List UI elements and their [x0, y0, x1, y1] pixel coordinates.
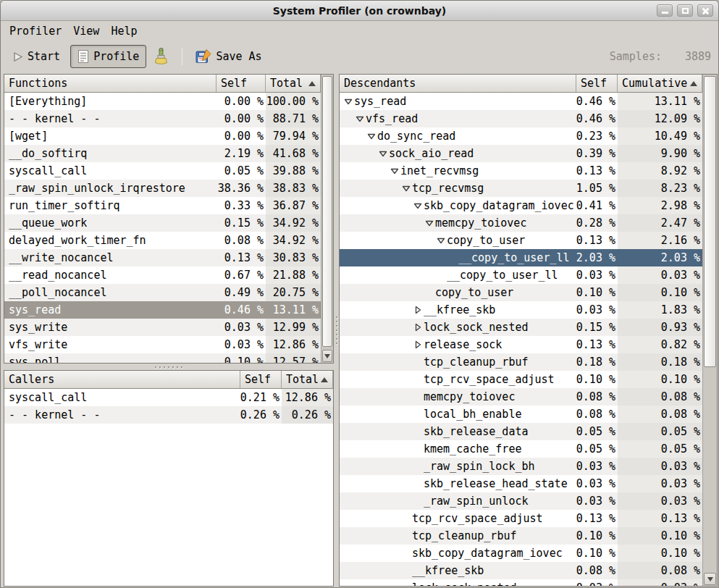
menu-profiler[interactable]: Profiler [4, 22, 67, 40]
expander-open-icon[interactable] [356, 114, 364, 123]
tree-expander[interactable] [413, 197, 424, 214]
callers-self-column-header[interactable]: Self [240, 371, 282, 389]
tree-row[interactable]: memcpy_toiovec0.08 %0.08 % [340, 388, 702, 406]
table-row[interactable]: vfs_write0.03 %12.86 % [4, 336, 321, 353]
tree-expander[interactable] [367, 127, 377, 145]
expander-closed-icon[interactable] [413, 323, 422, 332]
scrollbar-thumb[interactable] [704, 76, 716, 367]
tree-expander[interactable] [379, 145, 389, 162]
tree-row[interactable]: __copy_to_user_ll2.03 %2.03 % [340, 249, 702, 266]
tree-row[interactable]: sys_read0.46 %13.11 % [340, 93, 702, 110]
table-row[interactable]: __poll_nocancel0.49 %20.75 % [4, 284, 321, 301]
tree-row[interactable]: sock_aio_read0.39 %9.90 % [340, 145, 702, 162]
tree-row[interactable]: lock_sock_nested0.03 %0.03 % [340, 579, 702, 586]
vertical-splitter[interactable] [334, 74, 339, 587]
tree-expander[interactable] [344, 93, 354, 110]
expander-open-icon[interactable] [425, 219, 434, 227]
tree-expander[interactable] [356, 110, 366, 127]
tree-row[interactable]: __kfree_skb0.03 %1.83 % [340, 301, 702, 319]
start-button[interactable]: Start [5, 46, 67, 67]
functions-self-column-header[interactable]: Self [216, 75, 266, 93]
minimize-button[interactable] [657, 4, 673, 17]
table-row[interactable]: _raw_spin_unlock_irqrestore38.36 %38.83 … [4, 180, 321, 197]
tree-row[interactable]: release_sock0.13 %0.82 % [340, 336, 702, 353]
functions-total-column-header[interactable]: Total [266, 75, 321, 93]
descendants-self-column-header[interactable]: Self [576, 75, 618, 93]
scroll-down-button[interactable] [704, 573, 716, 585]
tree-expander[interactable] [413, 336, 424, 353]
table-row[interactable]: [wget]0.00 %79.94 % [4, 127, 321, 145]
descendants-scrollbar[interactable] [702, 75, 717, 586]
tree-expander[interactable] [402, 180, 412, 197]
tree-row[interactable]: __kfree_skb0.08 %0.08 % [340, 562, 702, 579]
tree-expander[interactable] [390, 162, 400, 180]
expander-open-icon[interactable] [437, 236, 445, 245]
table-row[interactable]: [Everything]0.00 %100.00 % [4, 93, 321, 110]
table-row[interactable]: __do_softirq2.19 %41.68 % [4, 145, 321, 162]
table-row[interactable]: sys_write0.03 %12.99 % [4, 319, 321, 336]
reset-button[interactable] [146, 43, 176, 71]
expander-open-icon[interactable] [367, 132, 376, 140]
tree-row[interactable]: skb_copy_datagram_iovec0.10 %0.10 % [340, 545, 702, 562]
table-row[interactable]: syscall_call0.21 %12.86 % [4, 389, 333, 406]
profile-toggle-button[interactable]: Profile [70, 45, 146, 68]
table-row[interactable]: - - kernel - -0.26 %0.26 % [4, 406, 333, 424]
table-row[interactable]: sys_poll0.10 %12.57 % [4, 353, 321, 363]
maximize-button[interactable] [677, 4, 693, 17]
tree-row[interactable]: _raw_spin_unlock0.03 %0.03 % [340, 492, 702, 510]
tree-row[interactable]: tcp_cleanup_rbuf0.18 %0.18 % [340, 353, 702, 371]
expander-closed-icon[interactable] [413, 306, 422, 314]
function-name: sys_read [9, 303, 61, 316]
tree-row[interactable]: copy_to_user0.13 %2.16 % [340, 232, 702, 249]
descendants-column-header[interactable]: Descendants [340, 75, 576, 93]
expander-open-icon[interactable] [379, 149, 387, 158]
table-row[interactable]: run_timer_softirq0.33 %36.87 % [4, 197, 321, 214]
tree-row[interactable]: tcp_recvmsg1.05 %8.23 % [340, 180, 702, 197]
tree-row[interactable]: do_sync_read0.23 %10.49 % [340, 127, 702, 145]
tree-row[interactable]: copy_to_user0.10 %0.10 % [340, 284, 702, 301]
expander-open-icon[interactable] [413, 201, 422, 210]
scroll-down-button[interactable] [322, 350, 332, 362]
table-row[interactable]: - - kernel - -0.00 %88.71 % [4, 110, 321, 127]
menu-help[interactable]: Help [105, 22, 143, 40]
tree-expander[interactable] [425, 214, 435, 232]
callers-total-column-header[interactable]: Total [282, 371, 333, 389]
tree-row[interactable]: __copy_to_user_ll0.03 %0.03 % [340, 266, 702, 284]
close-button[interactable] [697, 4, 713, 17]
tree-row[interactable]: vfs_read0.46 %12.09 % [340, 110, 702, 127]
tree-row[interactable]: tcp_rcv_space_adjust0.10 %0.10 % [340, 371, 702, 388]
tree-row[interactable]: lock_sock_nested0.15 %0.93 % [340, 319, 702, 336]
table-row[interactable]: __queue_work0.15 %34.92 % [4, 214, 321, 232]
tree-row[interactable]: skb_release_head_state0.03 %0.03 % [340, 475, 702, 492]
titlebar[interactable]: System Profiler (on crownbay) [1, 1, 718, 21]
horizontal-splitter[interactable] [4, 364, 334, 370]
table-row[interactable]: __write_nocancel0.13 %30.83 % [4, 249, 321, 266]
tree-row[interactable]: kmem_cache_free0.05 %0.05 % [340, 440, 702, 458]
expander-open-icon[interactable] [402, 184, 411, 193]
tree-expander[interactable] [413, 301, 424, 319]
callers-column-header[interactable]: Callers [4, 371, 240, 389]
table-row[interactable]: delayed_work_timer_fn0.08 %34.92 % [4, 232, 321, 249]
tree-row[interactable]: skb_copy_datagram_iovec0.41 %2.98 % [340, 197, 702, 214]
save-as-button[interactable]: Save As [188, 45, 269, 69]
scrollbar-thumb[interactable] [322, 76, 332, 347]
tree-expander[interactable] [437, 232, 447, 249]
descendants-cumulative-column-header[interactable]: Cumulative [618, 75, 702, 93]
table-row[interactable]: sys_read0.46 %13.11 % [4, 301, 321, 319]
tree-row[interactable]: tcp_cleanup_rbuf0.10 %0.10 % [340, 527, 702, 545]
tree-row[interactable]: inet_recvmsg0.13 %8.92 % [340, 162, 702, 180]
tree-row[interactable]: memcpy_toiovec0.28 %2.47 % [340, 214, 702, 232]
functions-scrollbar[interactable] [321, 75, 333, 363]
expander-open-icon[interactable] [390, 167, 399, 175]
tree-row[interactable]: tcp_rcv_space_adjust0.13 %0.13 % [340, 510, 702, 527]
expander-closed-icon[interactable] [413, 340, 422, 349]
functions-column-header[interactable]: Functions [4, 75, 216, 93]
tree-row[interactable]: local_bh_enable0.08 %0.08 % [340, 406, 702, 423]
table-row[interactable]: __read_nocancel0.67 %21.88 % [4, 266, 321, 284]
table-row[interactable]: syscall_call0.05 %39.88 % [4, 162, 321, 180]
expander-open-icon[interactable] [344, 97, 353, 106]
menu-view[interactable]: View [67, 22, 105, 40]
tree-row[interactable]: skb_release_data0.05 %0.05 % [340, 423, 702, 440]
tree-expander[interactable] [413, 319, 424, 336]
tree-row[interactable]: _raw_spin_lock_bh0.03 %0.03 % [340, 458, 702, 475]
